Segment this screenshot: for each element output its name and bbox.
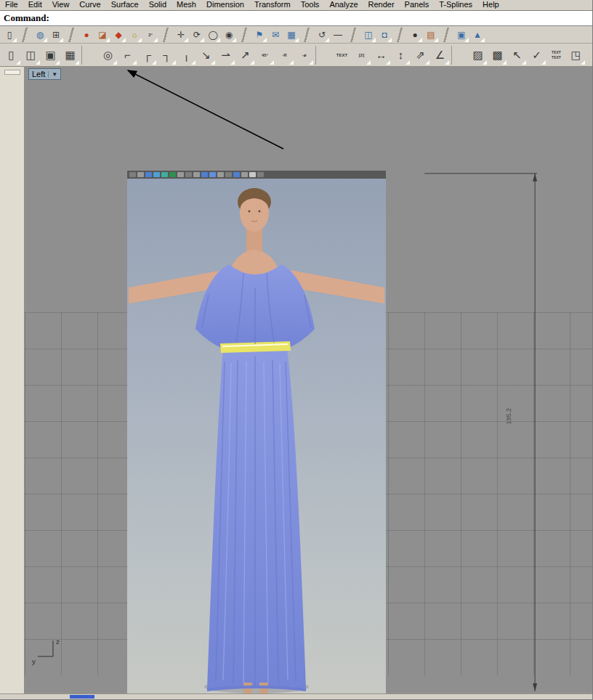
menu-item[interactable]: View bbox=[47, 0, 75, 9]
globe-icon[interactable]: ◍ bbox=[33, 28, 47, 42]
box-3d-icon[interactable]: ◳ bbox=[567, 46, 585, 65]
page-icon[interactable]: ▯ bbox=[2, 46, 20, 65]
point-drop-icon[interactable]: ╷ bbox=[177, 46, 195, 65]
menu-item[interactable]: Render bbox=[363, 0, 400, 9]
menu-item[interactable]: Transform bbox=[249, 0, 296, 9]
menu-item[interactable]: Surface bbox=[106, 0, 144, 9]
line-segments-icon[interactable]: ┌ bbox=[138, 46, 156, 65]
protractor-icon[interactable]: 2° bbox=[143, 28, 158, 42]
command-line[interactable]: Command: bbox=[0, 10, 592, 26]
diameter-dim-icon[interactable]: ·⌀ bbox=[295, 46, 313, 65]
separator bbox=[237, 28, 251, 42]
render-btn[interactable] bbox=[201, 172, 208, 177]
menu-item[interactable]: Mesh bbox=[172, 0, 201, 9]
lightbulb-icon[interactable]: ☼ bbox=[127, 28, 142, 42]
eraser-icon[interactable]: ◪ bbox=[95, 28, 110, 42]
viewport-tab[interactable]: Left ▼ bbox=[28, 68, 61, 80]
menu-item[interactable]: Edit bbox=[23, 0, 47, 9]
mail-icon[interactable]: ✉ bbox=[268, 28, 283, 42]
render-btn[interactable] bbox=[257, 172, 264, 177]
calculator-icon[interactable]: ▣ bbox=[454, 28, 469, 42]
render-btn[interactable] bbox=[137, 172, 144, 177]
edit-2-icon[interactable]: [2] bbox=[352, 46, 371, 65]
menu-item[interactable]: Solid bbox=[144, 0, 172, 9]
separator bbox=[299, 28, 314, 42]
zoom-icon[interactable]: ◯ bbox=[206, 28, 220, 42]
separator bbox=[64, 28, 78, 42]
viewport-left[interactable]: Left ▼ bbox=[25, 67, 592, 693]
flag-icon[interactable]: ⚑ bbox=[252, 28, 267, 42]
delete-icon[interactable]: ◆ bbox=[111, 28, 126, 42]
angle-45-icon[interactable]: 45° bbox=[256, 46, 274, 65]
separator bbox=[314, 46, 332, 65]
menu-item[interactable]: Analyze bbox=[324, 0, 363, 9]
pan-icon[interactable]: ✛ bbox=[174, 28, 188, 42]
render-btn[interactable] bbox=[225, 172, 232, 177]
menu-item[interactable]: Tools bbox=[296, 0, 325, 9]
dim-vertical-icon[interactable]: ↕ bbox=[392, 46, 410, 65]
render-btn[interactable] bbox=[193, 172, 200, 177]
menu-item[interactable]: T-Splines bbox=[434, 0, 477, 9]
curve-arrow-icon[interactable]: ↘ bbox=[197, 46, 215, 65]
panel-grip[interactable] bbox=[4, 70, 20, 75]
rotate-view-icon[interactable]: ⟳ bbox=[190, 28, 204, 42]
package-icon[interactable]: ◫ bbox=[361, 28, 376, 42]
chevron-down-icon[interactable]: ▼ bbox=[48, 71, 57, 78]
text-tool-icon[interactable]: TEXT bbox=[333, 46, 351, 65]
page-columns-icon[interactable]: ◫ bbox=[22, 46, 40, 65]
dim-angle-icon[interactable]: ∠ bbox=[431, 46, 449, 65]
leader-icon[interactable]: ↖ bbox=[508, 46, 526, 65]
menu-item[interactable]: Dimension bbox=[201, 0, 249, 9]
render-btn[interactable] bbox=[161, 172, 168, 177]
hatch-icon[interactable]: ▨ bbox=[469, 46, 487, 65]
line-node-icon[interactable]: ┐ bbox=[158, 46, 176, 65]
menu-item[interactable]: Curve bbox=[74, 0, 105, 9]
render-btn[interactable] bbox=[169, 172, 176, 177]
render-btn[interactable] bbox=[217, 172, 224, 177]
minus-icon[interactable]: — bbox=[331, 28, 345, 42]
viewport-tab-label: Left bbox=[32, 70, 45, 78]
undo-view-icon[interactable]: ↺ bbox=[315, 28, 329, 42]
text-block-icon[interactable]: TEXT TEXT bbox=[547, 46, 565, 65]
command-prompt-label: Command: bbox=[4, 12, 49, 24]
menu-item[interactable]: File bbox=[0, 0, 23, 9]
cone-icon[interactable]: ▲ bbox=[470, 28, 485, 42]
page-copy-icon[interactable]: ▦ bbox=[61, 46, 79, 65]
render-btn[interactable] bbox=[249, 172, 256, 177]
radius-dim-icon[interactable]: ·R bbox=[275, 46, 294, 65]
dimension-arrow-bottom bbox=[533, 683, 537, 691]
dot-grid-icon[interactable]: ∷ bbox=[586, 46, 593, 65]
menu-item[interactable]: Help bbox=[477, 0, 504, 9]
grid-layout-icon[interactable]: ⊞ bbox=[49, 28, 63, 42]
eye-icon[interactable]: ◉ bbox=[222, 28, 236, 42]
render-btn[interactable] bbox=[209, 172, 216, 177]
toolbar-drafting: ▯ ◫ ▣ ▦ ◎ ⌐ ┌ ┐ ╷ ↘ ⇀ ↗ 45° ·R ·⌀ bbox=[0, 44, 592, 67]
dim-aligned-icon[interactable]: ⇗ bbox=[411, 46, 429, 65]
render-preview-window bbox=[127, 171, 386, 693]
render-btn[interactable] bbox=[241, 172, 248, 177]
save-icon[interactable]: ◘ bbox=[377, 28, 392, 42]
sphere-icon[interactable]: ● bbox=[408, 28, 422, 42]
render-btn[interactable] bbox=[129, 172, 136, 177]
render-btn[interactable] bbox=[145, 172, 152, 177]
vector-icon[interactable]: ⇀ bbox=[217, 46, 235, 65]
render-btn[interactable] bbox=[233, 172, 240, 177]
page-new-icon[interactable]: ▣ bbox=[41, 46, 60, 65]
bricks-icon[interactable]: ▤ bbox=[424, 28, 438, 42]
menu-item[interactable]: Panels bbox=[400, 0, 435, 9]
dim-horizontal-icon[interactable]: ↔ bbox=[372, 46, 390, 65]
female-figure-render bbox=[127, 179, 386, 693]
render-btn[interactable] bbox=[153, 172, 160, 177]
snap-arrow-icon[interactable]: ↗ bbox=[236, 46, 254, 65]
dim-check-icon[interactable]: ✓ bbox=[528, 46, 546, 65]
render-btn[interactable] bbox=[185, 172, 192, 177]
render-btn[interactable] bbox=[177, 172, 184, 177]
polyline-icon[interactable]: ⌐ bbox=[118, 46, 137, 65]
render-preview-toolbar bbox=[127, 171, 386, 179]
chart-icon[interactable]: ▦ bbox=[284, 28, 299, 42]
figure-eye-left bbox=[249, 211, 251, 213]
record-history-icon[interactable]: ● bbox=[79, 28, 94, 42]
hatch-dense-icon[interactable]: ▩ bbox=[488, 46, 507, 65]
spiral-curve-icon[interactable]: ◎ bbox=[99, 46, 117, 65]
new-file-icon[interactable]: ▯ bbox=[2, 28, 17, 42]
